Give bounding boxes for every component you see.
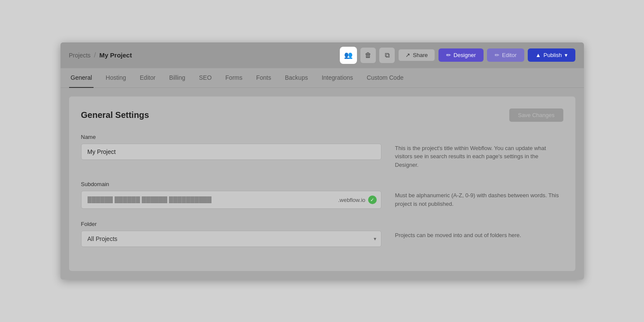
- folder-label: Folder: [81, 221, 381, 227]
- tab-general[interactable]: General: [69, 68, 94, 88]
- publish-dropdown-icon: ▾: [565, 52, 568, 58]
- subdomain-form-left: Subdomain .webflow.io ✓: [81, 181, 381, 209]
- tab-fonts[interactable]: Fonts: [254, 68, 273, 88]
- publish-button[interactable]: ▲ Publish ▾: [528, 48, 575, 62]
- users-icon-button[interactable]: 👥: [340, 47, 357, 64]
- folder-select-wrap: All Projects Design Projects Client Proj…: [81, 231, 381, 247]
- subdomain-input[interactable]: [82, 192, 334, 208]
- folder-form-left: Folder All Projects Design Projects Clie…: [81, 221, 381, 247]
- app-window: Projects / My Project 👥 🗑 ⧉ ↗ Share ✏ De…: [60, 42, 584, 280]
- tab-custom-code[interactable]: Custom Code: [365, 68, 405, 88]
- copy-button[interactable]: ⧉: [379, 48, 395, 63]
- trash-button[interactable]: 🗑: [360, 48, 376, 63]
- trash-icon: 🗑: [365, 51, 372, 59]
- tab-editor[interactable]: Editor: [138, 68, 157, 88]
- main-content: General Settings Save Changes Name This …: [60, 88, 584, 280]
- folder-form-row: Folder All Projects Design Projects Clie…: [81, 221, 563, 247]
- folder-select[interactable]: All Projects Design Projects Client Proj…: [81, 231, 381, 247]
- subdomain-suffix: .webflow.io ✓: [334, 191, 381, 208]
- folder-hint: Projects can be moved into and out of fo…: [395, 221, 563, 247]
- share-icon: ↗: [405, 52, 410, 58]
- breadcrumb-projects[interactable]: Projects: [69, 52, 91, 59]
- top-bar-actions: 👥 🗑 ⧉ ↗ Share ✏ Designer ✏ Editor ▲: [340, 47, 575, 64]
- name-input[interactable]: [81, 144, 381, 160]
- breadcrumb: Projects / My Project: [69, 51, 335, 59]
- name-label: Name: [81, 134, 381, 140]
- subdomain-form-row: Subdomain .webflow.io ✓ Must be alphanum…: [81, 181, 563, 209]
- settings-title: General Settings: [81, 110, 149, 120]
- subdomain-label: Subdomain: [81, 181, 381, 187]
- tab-backups[interactable]: Backups: [283, 68, 310, 88]
- name-form-left: Name: [81, 134, 381, 169]
- nav-tabs: General Hosting Editor Billing SEO Forms…: [60, 68, 584, 88]
- tab-forms[interactable]: Forms: [224, 68, 244, 88]
- top-bar: Projects / My Project 👥 🗑 ⧉ ↗ Share ✏ De…: [60, 42, 584, 68]
- save-changes-button[interactable]: Save Changes: [509, 108, 563, 122]
- copy-icon: ⧉: [385, 51, 390, 59]
- tab-billing[interactable]: Billing: [167, 68, 187, 88]
- publish-icon: ▲: [535, 52, 541, 58]
- settings-header: General Settings Save Changes: [81, 108, 563, 122]
- subdomain-wrap: .webflow.io ✓: [81, 191, 381, 209]
- name-form-row: Name This is the project's title within …: [81, 134, 563, 169]
- editor-pencil-icon: ✏: [495, 52, 499, 58]
- subdomain-valid-icon: ✓: [368, 196, 377, 204]
- designer-pencil-icon: ✏: [446, 52, 451, 58]
- designer-button[interactable]: ✏ Designer: [438, 48, 484, 62]
- share-button[interactable]: ↗ Share: [398, 49, 435, 61]
- settings-card: General Settings Save Changes Name This …: [69, 96, 575, 271]
- tab-integrations[interactable]: Integrations: [320, 68, 355, 88]
- tab-hosting[interactable]: Hosting: [104, 68, 127, 88]
- subdomain-hint: Must be alphanumeric (A-Z, 0-9) with das…: [395, 181, 563, 209]
- editor-button[interactable]: ✏ Editor: [487, 48, 524, 62]
- breadcrumb-separator: /: [94, 51, 96, 59]
- tab-seo[interactable]: SEO: [197, 68, 214, 88]
- name-hint: This is the project's title within Webfl…: [395, 134, 563, 169]
- users-icon: 👥: [344, 51, 353, 59]
- breadcrumb-current-project: My Project: [100, 51, 132, 59]
